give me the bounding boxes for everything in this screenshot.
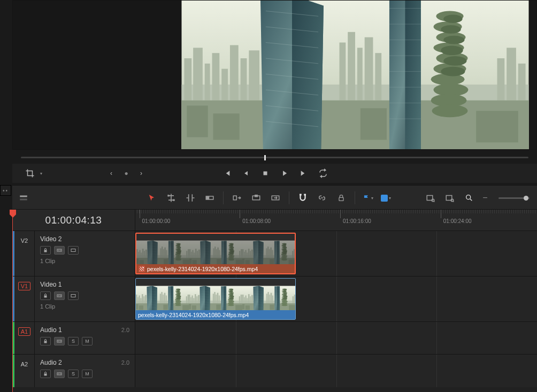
selection-tool-icon[interactable] bbox=[146, 192, 158, 204]
detail-zoom-icon[interactable] bbox=[444, 192, 456, 204]
playhead[interactable] bbox=[12, 210, 13, 392]
track-v1: V1 Video 1 1 Clip bbox=[12, 276, 537, 322]
clip-count: 1 Clip bbox=[40, 258, 129, 264]
marker-color-icon bbox=[381, 195, 388, 202]
track-frame-icon[interactable] bbox=[68, 291, 79, 300]
lane-v1[interactable]: pexels-kelly-2314024-1920x1080-24fps.mp4 bbox=[135, 276, 537, 321]
track-lock-icon[interactable] bbox=[40, 291, 51, 300]
crop-menu-caret-icon[interactable]: ▾ bbox=[40, 171, 42, 176]
auto-select-icon[interactable] bbox=[54, 291, 65, 300]
linked-selection-icon[interactable] bbox=[316, 192, 328, 204]
replace-clip-icon[interactable] bbox=[270, 192, 281, 204]
crop-menu-icon[interactable] bbox=[24, 167, 36, 179]
fx-badge-icon bbox=[139, 266, 145, 272]
jog-thumb[interactable] bbox=[264, 155, 266, 160]
goto-last-icon[interactable] bbox=[298, 167, 310, 179]
track-id-a1[interactable]: A1 bbox=[18, 327, 30, 336]
track-name: Audio 2 bbox=[40, 359, 62, 366]
mute-button[interactable]: M bbox=[82, 337, 93, 345]
track-lock-icon[interactable] bbox=[40, 370, 51, 378]
clip-label: pexels-kelly-2314024-1920x1080-24fps.mp4 bbox=[138, 312, 249, 318]
timeline-panel: 01:00:04:13 01:00:00:00 01:00:08:00 01:0… bbox=[12, 210, 537, 392]
track-a1: A1 Audio 1 2.0 S M bbox=[12, 322, 537, 355]
zoom-slider[interactable] bbox=[498, 197, 530, 199]
insert-clip-icon[interactable] bbox=[231, 192, 243, 204]
track-frame-icon[interactable] bbox=[68, 246, 79, 255]
dynamic-trim-icon[interactable] bbox=[185, 192, 196, 204]
viewer-panel bbox=[12, 0, 537, 150]
ruler-mark: 01:00:16:00 bbox=[340, 210, 371, 218]
zoom-to-fit-icon[interactable] bbox=[425, 192, 436, 204]
track-name: Video 1 bbox=[40, 281, 62, 288]
snapping-icon[interactable] bbox=[297, 192, 309, 204]
marker-caret-icon: ▾ bbox=[389, 196, 391, 201]
ruler-mark: 01:00:00:00 bbox=[140, 210, 171, 218]
clip-v1[interactable]: pexels-kelly-2314024-1920x1080-24fps.mp4 bbox=[135, 278, 296, 320]
timeline-view-options-icon[interactable] bbox=[18, 192, 29, 204]
solo-button[interactable]: S bbox=[68, 337, 79, 345]
track-id-a2[interactable]: A2 bbox=[18, 360, 30, 368]
tracks-area: V2 Video 2 1 Clip bbox=[12, 231, 537, 392]
track-v2: V2 Video 2 1 Clip bbox=[12, 231, 537, 276]
step-back-icon[interactable] bbox=[240, 167, 252, 179]
nav-prev-icon[interactable]: ‹ bbox=[105, 167, 117, 179]
track-id-v2[interactable]: V2 bbox=[18, 236, 30, 245]
lane-a2[interactable] bbox=[135, 355, 537, 387]
flag-dropdown[interactable]: ▾ bbox=[363, 194, 373, 202]
ruler-mark: 01:00:08:00 bbox=[240, 210, 271, 218]
viewer-canvas[interactable] bbox=[13, 1, 536, 149]
auto-select-icon[interactable] bbox=[54, 337, 65, 345]
clip-v2[interactable]: pexels-kelly-2314024-1920x1080-24fps.mp4 bbox=[135, 233, 296, 274]
zoom-out-button[interactable]: − bbox=[482, 193, 488, 203]
overwrite-clip-icon[interactable] bbox=[250, 192, 262, 204]
lane-v2[interactable]: pexels-kelly-2314024-1920x1080-24fps.mp4 bbox=[135, 231, 537, 276]
clip-label: pexels-kelly-2314024-1920x1080-24fps.mp4 bbox=[147, 266, 258, 272]
solo-button[interactable]: S bbox=[68, 370, 79, 378]
flag-icon bbox=[363, 194, 370, 202]
blade-tool-icon[interactable] bbox=[204, 192, 216, 204]
timecode-display[interactable]: 01:00:04:13 bbox=[12, 210, 135, 231]
nav-next-icon[interactable]: › bbox=[135, 167, 147, 179]
app-root: ▾ ‹ ● › •• bbox=[0, 0, 537, 392]
flag-caret-icon: ▾ bbox=[371, 196, 373, 201]
stop-icon[interactable] bbox=[259, 167, 271, 179]
auto-select-icon[interactable] bbox=[54, 246, 65, 255]
track-id-v1[interactable]: V1 bbox=[18, 282, 30, 290]
marker-dropdown[interactable]: ▾ bbox=[381, 195, 391, 202]
track-lock-icon[interactable] bbox=[40, 246, 51, 255]
goto-first-icon[interactable] bbox=[221, 167, 233, 179]
viewer-frame bbox=[179, 1, 532, 149]
timeline-toolbar: ▾ ▾ − bbox=[12, 185, 537, 210]
ruler-mark: 01:00:24:00 bbox=[441, 210, 472, 218]
jog-bar[interactable] bbox=[12, 155, 537, 161]
track-name: Audio 1 bbox=[40, 326, 62, 334]
track-a2: A2 Audio 2 2.0 S M bbox=[12, 355, 537, 387]
loop-icon[interactable] bbox=[317, 167, 329, 179]
panel-resize-handle[interactable]: •• bbox=[0, 185, 11, 196]
track-name: Video 2 bbox=[40, 235, 62, 243]
track-lock-icon[interactable] bbox=[40, 337, 51, 345]
timecode-value: 01:00:04:13 bbox=[45, 214, 102, 226]
track-channels: 2.0 bbox=[121, 327, 129, 333]
play-icon[interactable] bbox=[279, 167, 290, 179]
handle-dots-icon: •• bbox=[3, 188, 9, 194]
mute-button[interactable]: M bbox=[82, 370, 93, 378]
auto-select-icon[interactable] bbox=[54, 370, 65, 378]
trim-tool-icon[interactable] bbox=[165, 192, 177, 204]
track-channels: 2.0 bbox=[121, 359, 129, 366]
clip-count: 1 Clip bbox=[40, 303, 129, 310]
nav-dot-icon[interactable]: ● bbox=[120, 167, 132, 179]
lane-a1[interactable] bbox=[135, 322, 537, 354]
playhead-handle-icon[interactable] bbox=[10, 210, 16, 218]
timeline-ruler[interactable]: 01:00:00:00 01:00:08:00 01:00:16:00 01:0… bbox=[135, 210, 537, 231]
custom-zoom-icon[interactable] bbox=[463, 192, 475, 204]
position-lock-icon[interactable] bbox=[335, 192, 347, 204]
transport-bar: ▾ ‹ ● › bbox=[12, 164, 537, 183]
